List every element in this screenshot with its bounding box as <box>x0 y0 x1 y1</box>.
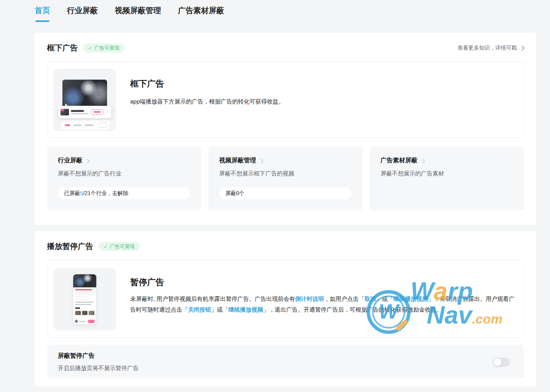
ad-text-placeholder <box>71 110 89 114</box>
under-ad-status-badge: ✓ 广告可展现 <box>83 43 124 52</box>
tab-ad-material-block[interactable]: 广告素材屏蔽 <box>178 5 224 22</box>
video-player-mock <box>62 80 107 109</box>
industry-block-card-title-row: 行业屏蔽 <box>58 157 190 165</box>
ad-thumb-placeholder <box>60 109 69 115</box>
placeholder-bar <box>85 124 93 126</box>
placeholder-chip <box>93 292 97 295</box>
industry-block-card-desc: 屏蔽不想展示的广告行业 <box>58 170 190 177</box>
under-ad-feature-title: 框下广告 <box>130 78 518 90</box>
video-block-count-pill[interactable]: 屏蔽0个 <box>219 187 352 200</box>
placeholder-bar <box>75 289 92 290</box>
cancel-link[interactable]: 取消 <box>364 295 376 302</box>
industry-block-card-title: 行业屏蔽 <box>58 157 82 165</box>
phone-video-mock <box>73 274 96 287</box>
desc-text: 」，退出广告。开通暂停广告后，可根据广告的转化获得激励金收益。 <box>263 306 442 313</box>
placeholder-bar <box>71 110 84 112</box>
desc-text: ，如用户点击「 <box>324 295 364 302</box>
pause-ad-header: 播放暂停广告 ✓ 广告可展现 <box>35 231 536 252</box>
placeholder-bar <box>75 304 91 305</box>
placeholder-chip <box>82 297 88 300</box>
ad-cta-button-placeholder <box>91 109 104 115</box>
chevron-right-icon <box>420 159 424 163</box>
placeholder-bar <box>75 307 80 309</box>
under-ad-thumbnail: ⋮ <box>54 69 116 131</box>
pause-ad-section: 播放暂停广告 ✓ 广告可展现 <box>35 231 536 387</box>
continue-play-link[interactable]: 继续播放视频 <box>228 306 263 313</box>
pause-ad-feature-card: 暂停广告 未屏蔽时, 用户暂停视频后有机率露出暂停广告。广告出现前会有倒计时说明… <box>47 260 524 338</box>
placeholder-bar <box>74 124 81 126</box>
tab-industry-block-label: 行业屏蔽 <box>67 6 98 15</box>
industry-block-count-pill[interactable]: 已屏蔽 5 /21个行业，去解除 <box>58 187 190 200</box>
pause-ad-status-badge: ✓ 广告可展现 <box>99 242 140 251</box>
check-icon: ✓ <box>104 244 107 249</box>
more-dots-icon: ⋮ <box>106 110 109 114</box>
placeholder-chip <box>75 292 80 295</box>
ad-material-card-desc: 屏蔽不想展示的广告素材 <box>381 170 513 177</box>
more-knowledge-link[interactable]: 查看更多知识，详情可戳 <box>458 45 524 52</box>
placeholder-chip <box>81 292 86 295</box>
placeholder-bar <box>65 124 70 126</box>
phone-mock <box>73 274 97 325</box>
shortcut-cards-row: 行业屏蔽 屏蔽不想展示的广告行业 已屏蔽 5 /21个行业，去解除 视频屏蔽管理… <box>47 146 524 210</box>
video-block-card-title-row: 视频屏蔽管理 <box>219 157 352 165</box>
thumb-placeholder <box>89 311 94 315</box>
avatar <box>75 320 78 323</box>
pause-ad-thumbnail <box>54 268 116 330</box>
chevron-right-icon <box>519 45 525 50</box>
blocked-count: 5 <box>80 190 83 197</box>
top-tab-bar: 首页 行业屏蔽 视频屏蔽管理 广告素材屏蔽 <box>35 5 224 22</box>
under-ad-feature-card: ⋮ 框下广告 app端播放器下方展示的广告，根据广告的转化可获得收益。 <box>47 62 524 138</box>
tab-home[interactable]: 首页 <box>35 5 50 22</box>
thumb-placeholder <box>82 311 88 315</box>
placeholder-chip <box>87 292 92 295</box>
ad-material-card-title: 广告素材屏蔽 <box>381 157 418 165</box>
block-pause-ad-title: 屏蔽暂停广告 <box>58 352 513 360</box>
thumb-placeholder <box>75 311 81 315</box>
tab-ad-material-block-label: 广告素材屏蔽 <box>178 6 224 15</box>
tab-video-block-manage[interactable]: 视频屏蔽管理 <box>115 5 161 22</box>
under-ad-status-badge-label: 广告可展现 <box>94 45 119 50</box>
continue-play-link[interactable]: 「继续播放视频」 <box>387 295 434 302</box>
pause-ad-section-title: 播放暂停广告 <box>47 241 93 252</box>
pill-prefix: 已屏蔽 <box>64 190 80 197</box>
desc-text: 」或 <box>376 295 387 302</box>
check-icon: ✓ <box>88 46 92 50</box>
tab-industry-block[interactable]: 行业屏蔽 <box>67 5 98 22</box>
player-tabbar-mock <box>61 120 110 130</box>
chevron-right-icon <box>259 159 263 163</box>
under-ad-header: 框下广告 ✓ 广告可展现 查看更多知识，详情可戳 <box>35 33 536 53</box>
phone-content-mock <box>73 287 96 317</box>
video-block-card-title: 视频屏蔽管理 <box>219 157 256 165</box>
video-block-manage-card[interactable]: 视频屏蔽管理 屏蔽不想展示框下广告的视频 屏蔽0个 <box>208 146 362 210</box>
industry-block-card[interactable]: 行业屏蔽 屏蔽不想展示的广告行业 已屏蔽 5 /21个行业，去解除 <box>47 146 201 210</box>
under-ad-feature-description: app端播放器下方展示的广告，根据广告的转化可获得收益。 <box>130 98 518 105</box>
under-ad-section: 框下广告 ✓ 广告可展现 查看更多知识，详情可戳 <box>35 33 536 225</box>
pill-suffix: /21个行业，去解除 <box>83 190 128 197</box>
video-block-card-desc: 屏蔽不想展示框下广告的视频 <box>219 170 352 177</box>
close-button-link[interactable]: 「关闭按钮」 <box>182 306 217 313</box>
pause-ad-feature-description: 未屏蔽时, 用户暂停视频后有机率露出暂停广告。广告出现前会有倒计时说明，如用户点… <box>130 294 518 315</box>
desc-text: 或「 <box>217 306 228 313</box>
page: 首页 行业屏蔽 视频屏蔽管理 广告素材屏蔽 框下广告 ✓ 广告可展现 查看更多知… <box>0 0 550 392</box>
countdown-note-link[interactable]: 倒计时说明 <box>295 295 324 302</box>
phone-bottom-bar-mock <box>73 318 96 324</box>
under-player-ad-card-mock: ⋮ <box>58 106 111 118</box>
ad-material-card-title-row: 广告素材屏蔽 <box>381 157 513 165</box>
chevron-right-icon <box>85 159 89 163</box>
pause-ad-toggle[interactable] <box>493 357 510 367</box>
video-block-count: 屏蔽0个 <box>225 190 245 197</box>
under-ad-section-title: 框下广告 <box>47 43 78 53</box>
toggle-knob <box>493 358 501 366</box>
block-pause-ad-card: 屏蔽暂停广告 开启后播放页将不展示暂停广告 <box>47 345 524 379</box>
block-pause-ad-desc: 开启后播放页将不展示暂停广告 <box>58 365 513 372</box>
tab-home-label: 首页 <box>35 6 50 15</box>
placeholder-box <box>99 122 106 128</box>
tab-video-block-manage-label: 视频屏蔽管理 <box>115 6 161 15</box>
ad-material-block-card[interactable]: 广告素材屏蔽 屏蔽不想展示的广告素材 <box>370 146 524 210</box>
pause-ad-feature-title: 暂停广告 <box>130 277 518 288</box>
ad-tag-placeholder <box>60 109 64 111</box>
pause-ad-feature-body: 暂停广告 未屏蔽时, 用户暂停视频后有机率露出暂停广告。广告出现前会有倒计时说明… <box>130 277 518 315</box>
under-ad-feature-body: 框下广告 app端播放器下方展示的广告，根据广告的转化可获得收益。 <box>130 78 518 105</box>
placeholder-bar <box>71 113 89 114</box>
phone-video-grid-mock <box>75 311 94 315</box>
